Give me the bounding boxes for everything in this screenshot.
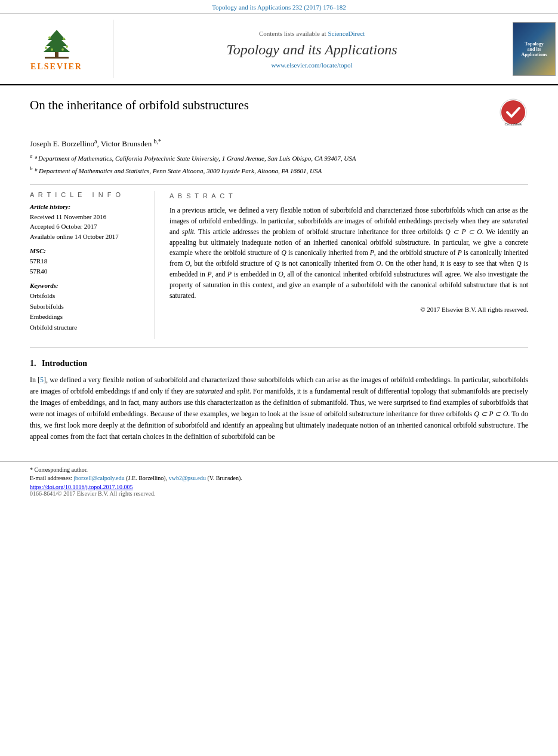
corresponding-author-label: * Corresponding author. xyxy=(30,466,88,473)
keywords-list: Orbifolds Suborbifolds Embeddings Orbifo… xyxy=(30,291,147,333)
affiliation-b: b ᵇ Department of Mathematics and Statis… xyxy=(30,165,528,176)
received-date: Received 11 November 2016 xyxy=(30,212,147,222)
elsevier-logo-area: ELSEVIER xyxy=(0,20,113,78)
crossmark-icon: CrossMark xyxy=(498,97,528,127)
article-title: On the inheritance of orbifold substruct… xyxy=(30,97,492,113)
journal-header: ELSEVIER Contents lists available at Sci… xyxy=(0,14,558,85)
history-label: Article history: xyxy=(30,203,147,210)
journal-ref-bar: Topology and its Applications 232 (2017)… xyxy=(0,0,558,14)
authors-line: Joseph E. Borzellinoa, Victor Brunsden b… xyxy=(30,138,528,149)
author1: Joseph E. Borzellinoa, Victor Brunsden b… xyxy=(30,139,161,148)
elsevier-tree-icon xyxy=(33,27,81,60)
corresponding-author-note: * Corresponding author. xyxy=(30,466,528,473)
journal-cover-area: Topologyand itsApplications xyxy=(510,20,558,78)
msc-code-2: 57R40 xyxy=(30,266,147,276)
email2-name: (V. Brunsden). xyxy=(207,475,242,481)
page-wrapper: Topology and its Applications 232 (2017)… xyxy=(0,0,558,756)
article-keywords: Keywords: Orbifolds Suborbifolds Embeddi… xyxy=(30,282,147,333)
section-num: 1. xyxy=(30,359,36,368)
section-title-text: Introduction xyxy=(42,359,87,368)
divider-top xyxy=(30,185,528,185)
issn-line: 0166-8641/© 2017 Elsevier B.V. All right… xyxy=(30,490,528,497)
article-info-header: A R T I C L E I N F O xyxy=(30,191,147,198)
keyword-3: Embeddings xyxy=(30,312,147,322)
journal-main-title: Topology and its Applications xyxy=(226,42,397,58)
available-date: Available online 14 October 2017 xyxy=(30,232,147,242)
sciencedirect-anchor[interactable]: ScienceDirect xyxy=(328,30,365,37)
journal-cover-image: Topologyand itsApplications xyxy=(513,22,556,76)
email2-link[interactable]: vwb2@psu.edu xyxy=(169,475,206,481)
svg-rect-1 xyxy=(45,57,69,59)
article-info-abstract: A R T I C L E I N F O Article history: R… xyxy=(30,191,528,339)
abstract-column: A B S T R A C T In a previous article, w… xyxy=(169,191,528,339)
journal-url: www.elsevier.com/locate/topol xyxy=(271,62,352,69)
page-footer: * Corresponding author. E-mail addresses… xyxy=(0,461,558,500)
article-history: Article history: Received 11 November 20… xyxy=(30,203,147,242)
email1-link[interactable]: jborzell@calpoly.edu xyxy=(73,475,124,481)
sciencedirect-link: Contents lists available at ScienceDirec… xyxy=(259,30,365,37)
copyright-line: © 2017 Elsevier B.V. All rights reserved… xyxy=(169,305,528,315)
email-footnote: E-mail addresses: jborzell@calpoly.edu (… xyxy=(30,475,528,481)
email-label: E-mail addresses: xyxy=(30,475,72,481)
svg-point-8 xyxy=(66,45,68,48)
article-msc: MSC: 57R18 57R40 xyxy=(30,247,147,276)
keyword-1: Orbifolds xyxy=(30,291,147,302)
msc-label: MSC: xyxy=(30,247,147,254)
svg-point-10 xyxy=(61,48,64,51)
doi-line: https://doi.org/10.1016/j.topol.2017.10.… xyxy=(30,484,528,490)
journal-ref-text: Topology and its Applications 232 (2017)… xyxy=(212,4,346,11)
divider-mid xyxy=(30,348,528,348)
section-1-title: 1. Introduction xyxy=(30,359,528,368)
article-content: On the inheritance of orbifold substruct… xyxy=(0,85,558,461)
elsevier-wordmark: ELSEVIER xyxy=(30,62,82,72)
accepted-date: Accepted 6 October 2017 xyxy=(30,222,147,232)
affiliations: a ᵃ Department of Mathematics, Californi… xyxy=(30,152,528,176)
keyword-2: Suborbifolds xyxy=(30,302,147,312)
svg-point-12 xyxy=(501,100,525,124)
ref-5-link[interactable]: 5 xyxy=(40,376,44,384)
msc-code-1: 57R18 xyxy=(30,256,147,266)
abstract-header: A B S T R A C T xyxy=(169,191,528,201)
keywords-label: Keywords: xyxy=(30,282,147,289)
keyword-4: Orbifold structure xyxy=(30,322,147,333)
svg-text:CrossMark: CrossMark xyxy=(504,122,522,126)
svg-point-7 xyxy=(45,47,47,49)
abstract-text: In a previous article, we defined a very… xyxy=(169,205,528,301)
svg-point-9 xyxy=(51,48,53,51)
email1-name: (J.E. Borzellino), xyxy=(126,475,167,481)
affiliation-a: a ᵃ Department of Mathematics, Californi… xyxy=(30,152,528,163)
article-info-column: A R T I C L E I N F O Article history: R… xyxy=(30,191,155,339)
intro-paragraph: In [5], we defined a very flexible notio… xyxy=(30,374,528,443)
doi-link[interactable]: https://doi.org/10.1016/j.topol.2017.10.… xyxy=(30,484,133,490)
article-title-section: On the inheritance of orbifold substruct… xyxy=(30,97,528,132)
svg-point-5 xyxy=(48,36,51,39)
journal-title-area: Contents lists available at ScienceDirec… xyxy=(113,20,510,78)
svg-point-6 xyxy=(63,38,65,40)
